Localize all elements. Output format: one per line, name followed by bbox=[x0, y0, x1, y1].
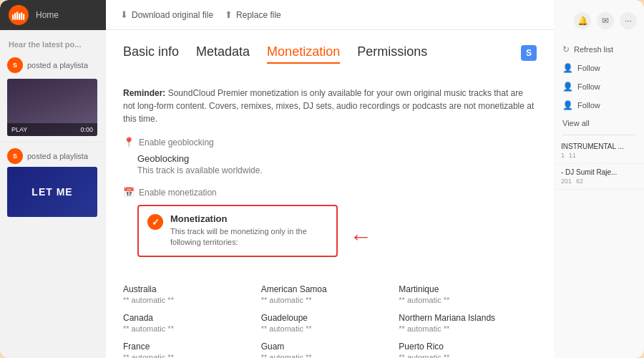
territory-item: Northern Mariana Islands ** automatic ** bbox=[399, 309, 537, 337]
feed-thumb-2[interactable]: LET ME bbox=[7, 167, 97, 217]
territory-item: Martinique ** automatic ** bbox=[399, 280, 537, 309]
geoblocking-desc: This track is available worldwide. bbox=[137, 165, 537, 175]
territory-item: Puerto Rico ** automatic ** bbox=[399, 337, 537, 358]
geoblocking-title: Geoblocking bbox=[137, 153, 537, 164]
replace-icon: ⬆ bbox=[225, 9, 233, 20]
location-icon: 📍 bbox=[123, 137, 135, 147]
territory-auto: ** automatic ** bbox=[399, 296, 528, 304]
right-track-2[interactable]: - DJ Sumit Raje... 201 62 bbox=[554, 164, 644, 190]
arrow-indicator: ← bbox=[349, 223, 372, 250]
right-track-1-likes: 1 bbox=[561, 152, 565, 159]
right-track-1[interactable]: INSTRUMENTAL ... 1 11 bbox=[554, 138, 644, 164]
follow-icon-1: 👤 bbox=[562, 63, 573, 73]
right-track-1-stats: 1 11 bbox=[561, 152, 637, 159]
territory-auto: ** automatic ** bbox=[399, 353, 528, 358]
feed-post-1: S posted a playlista PLAY 0:00 bbox=[0, 52, 106, 142]
refresh-list-button[interactable]: ↻ Refresh list bbox=[554, 40, 644, 59]
follow-button-1[interactable]: 👤 Follow bbox=[554, 59, 644, 77]
follow-icon-3: 👤 bbox=[562, 100, 573, 110]
territory-name: Australia bbox=[123, 284, 253, 294]
right-sidebar: 🔔 ✉ ··· ↻ Refresh list 👤 Follow 👤 Follow… bbox=[554, 0, 644, 358]
territory-name: Guam bbox=[261, 342, 391, 352]
territory-name: France bbox=[123, 342, 253, 352]
monetization-title: Monetization bbox=[170, 213, 328, 224]
territory-grid: Australia ** automatic ** American Samoa… bbox=[123, 280, 537, 358]
follow-button-3[interactable]: 👤 Follow bbox=[554, 96, 644, 115]
territory-auto: ** automatic ** bbox=[261, 353, 391, 358]
soundcloud-logo[interactable] bbox=[9, 5, 29, 25]
sidebar-header: Home bbox=[0, 0, 106, 30]
territory-item: Guam ** automatic ** bbox=[261, 337, 399, 358]
feed-post-2-action: posted a playlista bbox=[27, 152, 88, 160]
geoblocking-content: Geoblocking This track is available worl… bbox=[137, 153, 537, 175]
right-divider bbox=[562, 135, 635, 135]
sidebar-section-title: Hear the latest po... bbox=[0, 36, 106, 52]
territory-auto: ** automatic ** bbox=[123, 296, 253, 304]
territory-auto: ** automatic ** bbox=[123, 324, 253, 333]
territory-auto: ** automatic ** bbox=[123, 353, 253, 358]
reminder-text: Reminder: SoundCloud Premier monetizatio… bbox=[123, 87, 537, 125]
arrow-left-icon: ← bbox=[349, 223, 372, 249]
refresh-icon: ↻ bbox=[562, 44, 570, 54]
right-track-2-title: - DJ Sumit Raje... bbox=[561, 168, 637, 176]
monetization-box: ✓ Monetization This track will be moneti… bbox=[137, 205, 338, 257]
territory-auto: ** automatic ** bbox=[261, 324, 391, 333]
tab-badge: S bbox=[521, 45, 537, 61]
svg-rect-2 bbox=[16, 12, 18, 20]
avatar-sam-2: S bbox=[7, 148, 23, 164]
bell-icon[interactable]: 🔔 bbox=[574, 12, 591, 29]
tabs: Basic info Metadata Monetization Permiss… bbox=[123, 44, 537, 64]
tabs-row: Basic info Metadata Monetization Permiss… bbox=[123, 44, 537, 75]
monetization-box-row: ✓ Monetization This track will be moneti… bbox=[137, 205, 537, 268]
territory-item: American Samoa ** automatic ** bbox=[261, 280, 399, 309]
feed-post-1-action: posted a playlista bbox=[27, 61, 88, 69]
follow-button-2[interactable]: 👤 Follow bbox=[554, 77, 644, 96]
territory-item: Canada ** automatic ** bbox=[123, 309, 261, 337]
check-icon: ✓ bbox=[147, 214, 163, 230]
home-button[interactable]: Home bbox=[36, 10, 59, 20]
right-track-2-likes: 201 bbox=[561, 178, 572, 185]
download-button[interactable]: ⬇ Download original file bbox=[120, 9, 213, 20]
svg-rect-1 bbox=[14, 13, 16, 20]
tab-monetization[interactable]: Monetization bbox=[267, 44, 340, 64]
svg-rect-4 bbox=[21, 12, 22, 20]
download-icon: ⬇ bbox=[120, 9, 128, 20]
tab-metadata[interactable]: Metadata bbox=[196, 44, 250, 62]
svg-rect-0 bbox=[12, 14, 14, 20]
tab-permissions[interactable]: Permissions bbox=[357, 44, 427, 62]
territory-item: Australia ** automatic ** bbox=[123, 280, 261, 309]
right-sidebar-header: 🔔 ✉ ··· bbox=[554, 6, 644, 36]
territory-name: Puerto Rico bbox=[399, 342, 528, 352]
right-track-2-comments: 62 bbox=[576, 178, 583, 185]
monetization-toggle[interactable]: 📅 Enable monetization bbox=[123, 187, 537, 198]
tab-basic-info[interactable]: Basic info bbox=[123, 44, 179, 62]
territory-auto: ** automatic ** bbox=[261, 296, 391, 304]
replace-button[interactable]: ⬆ Replace file bbox=[225, 9, 281, 20]
territory-name: Canada bbox=[123, 313, 253, 323]
avatar-sam-1: S bbox=[7, 57, 23, 73]
territory-name: American Samoa bbox=[261, 284, 391, 294]
view-all-button[interactable]: View all bbox=[554, 115, 644, 132]
feed-post-2: S posted a playlista LET ME bbox=[0, 142, 106, 223]
territory-name: Northern Mariana Islands bbox=[399, 313, 528, 323]
mail-icon[interactable]: ✉ bbox=[597, 12, 614, 29]
geoblocking-toggle[interactable]: 📍 Enable geoblocking bbox=[123, 137, 537, 147]
right-track-1-comments: 11 bbox=[569, 152, 576, 159]
svg-rect-5 bbox=[23, 14, 24, 20]
feed-thumb-overlay-1: PLAY 0:00 bbox=[7, 123, 97, 136]
more-icon[interactable]: ··· bbox=[620, 12, 637, 29]
territory-name: Martinique bbox=[399, 284, 528, 294]
sidebar-feed: Hear the latest po... S posted a playlis… bbox=[0, 30, 106, 358]
monetization-desc: This track will be monetizing only in th… bbox=[170, 226, 328, 248]
territory-item: Guadeloupe ** automatic ** bbox=[261, 309, 399, 337]
main-body: Basic info Metadata Monetization Permiss… bbox=[106, 30, 554, 358]
right-track-2-stats: 201 62 bbox=[561, 178, 637, 185]
feed-thumb-1[interactable]: PLAY 0:00 bbox=[7, 79, 97, 136]
toolbar: ⬇ Download original file ⬆ Replace file bbox=[106, 0, 554, 30]
right-track-1-title: INSTRUMENTAL ... bbox=[561, 142, 637, 150]
calendar-icon: 📅 bbox=[123, 187, 135, 198]
territory-auto: ** automatic ** bbox=[399, 324, 528, 333]
territory-name: Guadeloupe bbox=[261, 313, 391, 323]
right-sidebar-list: ↻ Refresh list 👤 Follow 👤 Follow 👤 Follo… bbox=[554, 36, 644, 352]
feed-post-1-user: S posted a playlista bbox=[7, 57, 99, 73]
